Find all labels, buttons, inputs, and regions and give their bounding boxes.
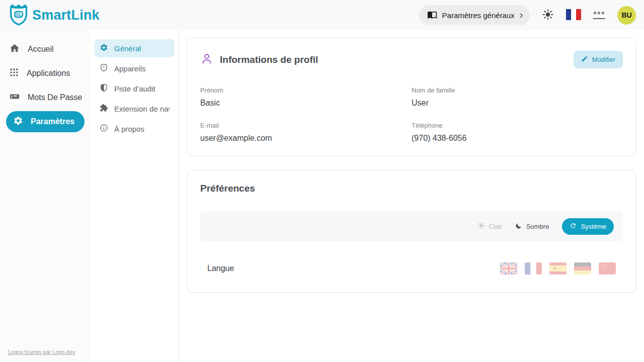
- field-email: E-mail user@example.com: [200, 122, 412, 143]
- profile-card: Informations de profil Modifier Prénom B…: [187, 38, 636, 156]
- app-name: SmartLink: [32, 8, 100, 23]
- sidebar-item-label: Applications: [27, 69, 70, 78]
- svg-text:SL: SL: [16, 12, 22, 17]
- language-flag-button[interactable]: [566, 9, 581, 22]
- theme-option-clair[interactable]: Clair: [477, 222, 502, 231]
- field-label: Téléphone: [412, 122, 623, 129]
- preferences-card-title: Préférences: [200, 183, 623, 194]
- chevron-right-icon: ›: [520, 10, 523, 20]
- settings-nav-label: Extension de naviga: [114, 105, 170, 113]
- sync-icon: [570, 222, 577, 231]
- field-nom-de-famille: Nom de famille User: [412, 86, 623, 108]
- theme-toggle-button[interactable]: [542, 9, 554, 22]
- united-kingdom-flag-icon[interactable]: [500, 262, 517, 275]
- sidebar-item-parametres[interactable]: Paramètres: [6, 111, 85, 132]
- settings-content: Informations de profil Modifier Prénom B…: [179, 30, 644, 362]
- sidebar-item-label: Mots De Passe: [28, 93, 82, 102]
- settings-nav-appareils[interactable]: Appareils: [95, 59, 175, 77]
- france-flag-icon: [566, 9, 581, 22]
- settings-nav-label: Appareils: [114, 64, 146, 73]
- theme-option-label: Système: [581, 223, 606, 230]
- sidebar-item-applications[interactable]: Applications: [0, 61, 91, 85]
- app-logo[interactable]: SL SmartLink: [8, 3, 100, 28]
- preferences-card: Préférences Clair: [187, 170, 636, 293]
- field-label: Nom de famille: [412, 86, 623, 94]
- theme-option-label: Clair: [489, 223, 502, 230]
- passwords-shortcut-button[interactable]: ***: [593, 12, 605, 19]
- app-header: SL SmartLink Paramètres généraux ›: [0, 0, 644, 30]
- language-label: Langue: [207, 264, 234, 273]
- field-value: (970) 438-6056: [412, 134, 623, 143]
- field-prenom: Prénom Basic: [200, 86, 412, 108]
- book-icon: [427, 10, 437, 21]
- svg-text:**: **: [14, 95, 17, 99]
- field-value: User: [412, 99, 623, 108]
- profile-card-title: Informations de profil: [220, 54, 318, 65]
- germany-flag-icon[interactable]: [574, 262, 591, 275]
- field-label: E-mail: [200, 122, 412, 129]
- settings-nav-a-propos[interactable]: À propos: [95, 120, 175, 138]
- settings-nav-extension[interactable]: Extension de naviga: [95, 100, 175, 118]
- person-icon: [200, 52, 213, 67]
- shield-alert-icon: [100, 63, 108, 73]
- theme-option-sombre[interactable]: Sombre: [515, 222, 549, 231]
- general-settings-label: Paramètres généraux: [442, 11, 515, 20]
- field-value: user@example.com: [200, 134, 412, 143]
- field-label: Prénom: [200, 86, 412, 94]
- settings-nav-label: Piste d’audit: [114, 84, 155, 93]
- settings-nav-label: À propos: [114, 125, 144, 133]
- sidebar-item-accueil[interactable]: Accueil: [0, 37, 91, 61]
- general-settings-button[interactable]: Paramètres généraux ›: [419, 5, 530, 25]
- sidebar-item-mots-de-passe[interactable]: ** Mots De Passe: [0, 85, 91, 110]
- password-box-icon: **: [9, 91, 20, 104]
- puzzle-icon: [100, 104, 108, 114]
- theme-option-systeme[interactable]: Système: [562, 218, 614, 235]
- language-flags: [500, 262, 616, 275]
- profile-fields: Prénom Basic Nom de famille User E-mail …: [200, 86, 623, 143]
- moon-icon: [515, 222, 523, 231]
- settings-sidebar: Général Appareils Piste d’audit: [91, 30, 179, 362]
- field-value: Basic: [200, 99, 412, 108]
- sun-icon: [477, 222, 485, 231]
- france-flag-icon[interactable]: [525, 262, 542, 275]
- sidebar-item-label: Paramètres: [31, 117, 74, 126]
- apps-grid-icon: [9, 67, 19, 79]
- main-sidebar: Accueil Applications ** Mots De Passe: [0, 30, 91, 362]
- theme-selector-row: Clair Sombre Système: [200, 211, 623, 241]
- spain-flag-icon[interactable]: [549, 262, 567, 275]
- user-avatar[interactable]: BU: [617, 6, 636, 25]
- settings-nav-label: Général: [114, 44, 141, 53]
- language-row: Langue: [200, 255, 623, 280]
- gear-icon: [13, 116, 23, 128]
- settings-nav-general[interactable]: Général: [95, 39, 175, 57]
- logo-attribution-link[interactable]: Logos fournis par Logo.dev: [8, 349, 75, 355]
- shield-logo-icon: SL: [8, 3, 29, 28]
- edit-profile-button[interactable]: Modifier: [574, 51, 623, 68]
- theme-option-label: Sombre: [526, 223, 549, 230]
- field-telephone: Téléphone (970) 438-6056: [412, 122, 623, 143]
- sidebar-item-label: Accueil: [28, 45, 54, 54]
- sun-icon: [542, 9, 554, 22]
- gear-icon: [100, 43, 108, 53]
- china-flag-icon[interactable]: [599, 262, 616, 275]
- info-icon: [100, 124, 108, 134]
- settings-nav-piste-daudit[interactable]: Piste d’audit: [95, 79, 175, 98]
- password-asterisks-icon: ***: [593, 12, 605, 19]
- home-icon: [9, 43, 20, 56]
- pencil-icon: [581, 55, 588, 64]
- shield-half-icon: [100, 83, 108, 94]
- edit-profile-label: Modifier: [592, 56, 615, 63]
